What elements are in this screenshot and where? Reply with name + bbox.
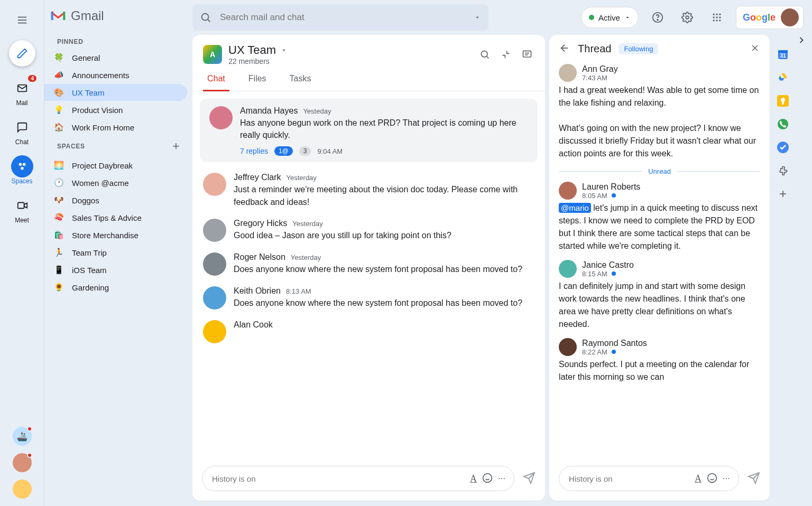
- arrow-left-icon: [559, 42, 570, 54]
- following-chip[interactable]: Following: [619, 43, 658, 54]
- unread-dot-icon: [612, 271, 616, 276]
- sidebar-item[interactable]: 🍀 General: [44, 49, 187, 66]
- spaces-icon: [16, 161, 28, 172]
- space-composer[interactable]: A ⋯: [202, 466, 514, 491]
- thread-send-button[interactable]: [748, 472, 760, 486]
- sidebar-item[interactable]: 📱 iOS Team: [44, 261, 187, 278]
- message-text: Just a reminder we're meeting about the …: [234, 183, 534, 208]
- sidebar-item[interactable]: 📣 Announcements: [44, 67, 187, 83]
- search-input[interactable]: [219, 12, 466, 23]
- thread-format-button[interactable]: A: [695, 473, 702, 484]
- replies-count[interactable]: 7 replies: [240, 147, 268, 155]
- search-icon: [200, 12, 211, 23]
- collapse-button[interactable]: [499, 47, 513, 62]
- message[interactable]: Keith Obrien 8:13 AM Does anyone know wh…: [200, 281, 538, 315]
- space-send-button[interactable]: [523, 472, 536, 486]
- rail-meet[interactable]: Meet: [0, 194, 44, 224]
- caret-down-icon[interactable]: [474, 14, 481, 21]
- message-list[interactable]: Amanda Hayes Yesteday Has anyone begun w…: [192, 91, 545, 460]
- side-panel: 31 +: [770, 35, 796, 501]
- message[interactable]: Gregory Hicks Yesterday Good idea – Jaso…: [200, 213, 538, 247]
- sidebar-item-label: Store Merchandise: [72, 231, 139, 240]
- tab-tasks[interactable]: Tasks: [285, 68, 316, 91]
- thread-message[interactable]: Ann Gray 7:43 AM I had a great weekend! …: [559, 64, 760, 160]
- add-space-button[interactable]: +: [172, 139, 180, 153]
- tab-chat[interactable]: Chat: [203, 68, 229, 91]
- sidebar-item[interactable]: 🛍️ Store Merchandise: [44, 227, 187, 243]
- voice-button[interactable]: [777, 118, 789, 130]
- section-pinned-title: PINNED: [44, 35, 192, 49]
- count-pill[interactable]: 3: [299, 146, 311, 156]
- sidebar-item[interactable]: 🏃 Team Trip: [44, 244, 187, 261]
- thread-emoji-button[interactable]: [707, 473, 717, 485]
- chat-bubble-3[interactable]: [13, 480, 32, 499]
- rail-chat[interactable]: Chat: [0, 116, 44, 146]
- search-icon: [479, 49, 490, 60]
- help-button[interactable]: [647, 7, 668, 28]
- threads-button[interactable]: [520, 47, 534, 62]
- emoji-button[interactable]: [482, 473, 493, 485]
- rail-mail[interactable]: 4 Mail: [0, 77, 44, 107]
- addons-button[interactable]: [777, 165, 789, 176]
- mention-pill[interactable]: 1@: [274, 146, 293, 156]
- search-bar[interactable]: [192, 4, 488, 31]
- more-button[interactable]: ⋯: [498, 474, 505, 483]
- thread-message[interactable]: Raymond Santos 8:22 AM Sounds perfect. I…: [559, 338, 760, 383]
- drive-button[interactable]: [777, 72, 789, 83]
- thread-composer[interactable]: A ⋯: [559, 466, 739, 491]
- message[interactable]: Alan Cook: [200, 315, 538, 349]
- gmail-logo[interactable]: Gmail: [44, 7, 192, 35]
- collapse-side-panel-button[interactable]: [796, 35, 807, 501]
- apps-button[interactable]: [706, 7, 727, 28]
- space-search-button[interactable]: [477, 47, 492, 62]
- get-addons-button[interactable]: +: [777, 188, 789, 200]
- reply-time: 9:04 AM: [317, 147, 343, 155]
- sidebar-item[interactable]: 🏠 Work From Home: [44, 119, 187, 136]
- keep-icon: [777, 95, 789, 107]
- rail-meet-label: Meet: [15, 217, 29, 224]
- thread-message-list[interactable]: Ann Gray 7:43 AM I had a great weekend! …: [549, 58, 770, 460]
- google-account-button[interactable]: Google: [736, 6, 804, 29]
- thread-message[interactable]: Lauren Roberts 8:05 AM @mario let's jump…: [559, 182, 760, 252]
- svg-line-24: [487, 57, 489, 59]
- thread-more-button[interactable]: ⋯: [723, 474, 730, 483]
- rail-spaces[interactable]: Spaces: [0, 155, 44, 185]
- sidebar-item-label: Gardening: [72, 283, 109, 292]
- message[interactable]: Jeffrey Clark Yesterday Just a reminder …: [200, 167, 538, 213]
- keep-button[interactable]: [777, 95, 789, 107]
- thread-message[interactable]: Janice Castro 8:15 AM I can definitely j…: [559, 260, 760, 331]
- space-members[interactable]: 22 members: [228, 57, 288, 65]
- rail-mail-label: Mail: [16, 99, 27, 107]
- sidebar-item[interactable]: 🍣 Sales Tips & Advice: [44, 209, 187, 226]
- status-chip[interactable]: Active: [581, 7, 639, 28]
- main-menu-button[interactable]: [13, 11, 32, 30]
- chevron-down-icon[interactable]: [280, 46, 288, 54]
- space-composer-input[interactable]: [211, 474, 465, 484]
- sidebar-item[interactable]: 🎨 UX Team: [44, 84, 187, 101]
- sidebar-item[interactable]: 💡 Product Vision: [44, 101, 187, 118]
- sidebar-item[interactable]: 🕐 Women @acme: [44, 174, 187, 191]
- thread-composer-input[interactable]: [568, 474, 689, 484]
- sidebar-item[interactable]: 🌅 Project Daybreak: [44, 157, 187, 174]
- svg-point-23: [481, 51, 487, 57]
- mention-chip[interactable]: @mario: [559, 203, 591, 213]
- format-button[interactable]: A: [470, 473, 477, 484]
- chat-bubble-1[interactable]: 🚢: [13, 427, 32, 446]
- thread-time: 7:43 AM: [582, 74, 607, 82]
- thread-close-button[interactable]: [750, 43, 760, 55]
- close-icon: [750, 43, 760, 53]
- chevron-right-icon: [796, 35, 807, 45]
- chat-bubble-2[interactable]: [13, 453, 32, 472]
- space-title[interactable]: UX Team: [228, 43, 276, 57]
- tasks-button[interactable]: [777, 142, 789, 153]
- compose-button[interactable]: [9, 40, 35, 67]
- settings-button[interactable]: [677, 7, 698, 28]
- sidebar-item[interactable]: 🌻 Gardening: [44, 279, 187, 296]
- calendar-button[interactable]: 31: [777, 49, 789, 60]
- message[interactable]: Roger Nelson Yesterday Does anyone know …: [200, 247, 538, 281]
- tab-files[interactable]: Files: [244, 68, 271, 91]
- sidebar-item[interactable]: 🐶 Doggos: [44, 192, 187, 209]
- gear-icon: [681, 12, 693, 23]
- pinned-message[interactable]: Amanda Hayes Yesteday Has anyone begun w…: [200, 99, 538, 162]
- thread-back-button[interactable]: [559, 42, 570, 55]
